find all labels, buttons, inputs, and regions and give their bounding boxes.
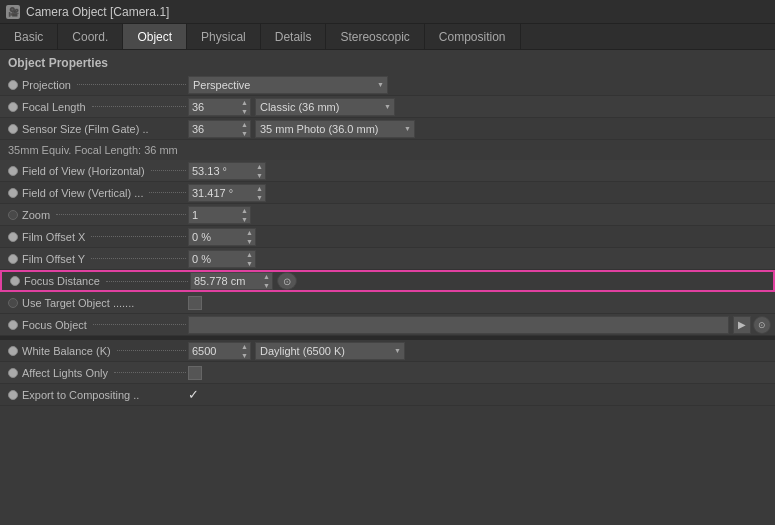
white-balance-up[interactable]: ▲ [239, 342, 250, 351]
focal-length-preset-wrapper[interactable]: Classic (36 mm) [255, 98, 395, 116]
focus-distance-pick-btn[interactable]: ⊙ [277, 272, 297, 290]
export-compositing-check: ✓ [188, 387, 199, 402]
white-balance-preset-wrapper[interactable]: Daylight (6500 K) [255, 342, 405, 360]
zoom-up[interactable]: ▲ [239, 206, 250, 215]
focal-length-label: Focal Length [8, 101, 188, 113]
projection-radio[interactable] [8, 80, 18, 90]
tab-coord[interactable]: Coord. [58, 24, 123, 49]
fov-h-spinbox[interactable]: ▲ ▼ [188, 162, 266, 180]
projection-value: Perspective [188, 76, 771, 94]
sensor-size-input[interactable] [189, 123, 239, 135]
focal-length-preset-select[interactable]: Classic (36 mm) [255, 98, 395, 116]
tab-object[interactable]: Object [123, 24, 187, 49]
film-offset-x-down[interactable]: ▼ [244, 237, 255, 246]
use-target-row: Use Target Object ....... [0, 292, 775, 314]
sensor-size-radio[interactable] [8, 124, 18, 134]
sensor-size-down[interactable]: ▼ [239, 129, 250, 138]
focus-distance-up[interactable]: ▲ [261, 272, 272, 281]
film-offset-y-up[interactable]: ▲ [244, 250, 255, 259]
focus-distance-spinbox[interactable]: ▲ ▼ [190, 272, 273, 290]
sensor-size-label: Sensor Size (Film Gate) .. [8, 123, 188, 135]
export-compositing-value: ✓ [188, 387, 771, 402]
fov-v-radio[interactable] [8, 188, 18, 198]
zoom-spinbox[interactable]: ▲ ▼ [188, 206, 251, 224]
fov-v-spinbox[interactable]: ▲ ▼ [188, 184, 266, 202]
focus-distance-radio[interactable] [10, 276, 20, 286]
film-offset-y-input[interactable] [189, 253, 244, 265]
film-offset-y-radio[interactable] [8, 254, 18, 264]
tab-basic[interactable]: Basic [0, 24, 58, 49]
focus-object-clear-btn[interactable]: ⊙ [753, 316, 771, 334]
use-target-radio[interactable] [8, 298, 18, 308]
use-target-checkbox[interactable] [188, 296, 202, 310]
film-offset-y-value: ▲ ▼ [188, 250, 771, 268]
camera-icon: 🎥 [6, 5, 20, 19]
film-offset-x-up[interactable]: ▲ [244, 228, 255, 237]
tab-composition[interactable]: Composition [425, 24, 521, 49]
section-header: Object Properties [0, 50, 775, 74]
projection-select[interactable]: Perspective [188, 76, 388, 94]
film-offset-x-radio[interactable] [8, 232, 18, 242]
zoom-down[interactable]: ▼ [239, 215, 250, 224]
focal-length-radio[interactable] [8, 102, 18, 112]
focal-length-row: Focal Length ▲ ▼ Classic (36 mm) [0, 96, 775, 118]
film-offset-x-label: Film Offset X [8, 231, 188, 243]
fov-h-input[interactable] [189, 165, 254, 177]
fov-h-up[interactable]: ▲ [254, 162, 265, 171]
focus-distance-down[interactable]: ▼ [261, 281, 272, 290]
projection-label: Projection [8, 79, 188, 91]
fov-v-up[interactable]: ▲ [254, 184, 265, 193]
export-compositing-radio[interactable] [8, 390, 18, 400]
white-balance-preset-select[interactable]: Daylight (6500 K) [255, 342, 405, 360]
zoom-row: Zoom ▲ ▼ [0, 204, 775, 226]
affect-lights-value [188, 366, 771, 380]
affect-lights-row: Affect Lights Only [0, 362, 775, 384]
focus-object-radio[interactable] [8, 320, 18, 330]
focal-length-down[interactable]: ▼ [239, 107, 250, 116]
focal-length-up[interactable]: ▲ [239, 98, 250, 107]
film-offset-x-value: ▲ ▼ [188, 228, 771, 246]
affect-lights-checkbox[interactable] [188, 366, 202, 380]
fov-v-down[interactable]: ▼ [254, 193, 265, 202]
focus-distance-label: Focus Distance [10, 275, 190, 287]
film-offset-x-row: Film Offset X ▲ ▼ [0, 226, 775, 248]
projection-select-wrapper[interactable]: Perspective [188, 76, 388, 94]
white-balance-down[interactable]: ▼ [239, 351, 250, 360]
zoom-radio[interactable] [8, 210, 18, 220]
sensor-size-preset-wrapper[interactable]: 35 mm Photo (36.0 mm) [255, 120, 415, 138]
focal-length-input[interactable] [189, 101, 239, 113]
tab-details[interactable]: Details [261, 24, 327, 49]
film-offset-x-input[interactable] [189, 231, 244, 243]
film-offset-y-spinbox[interactable]: ▲ ▼ [188, 250, 256, 268]
tab-stereoscopic[interactable]: Stereoscopic [326, 24, 424, 49]
focus-object-pick-btn[interactable]: ▶ [733, 316, 751, 334]
affect-lights-radio[interactable] [8, 368, 18, 378]
sensor-size-preset-select[interactable]: 35 mm Photo (36.0 mm) [255, 120, 415, 138]
film-offset-x-spinbox[interactable]: ▲ ▼ [188, 228, 256, 246]
film-offset-y-row: Film Offset Y ▲ ▼ [0, 248, 775, 270]
sensor-size-spinbox[interactable]: ▲ ▼ [188, 120, 251, 138]
white-balance-label: White Balance (K) [8, 345, 188, 357]
fov-v-input[interactable] [189, 187, 254, 199]
tab-bar: Basic Coord. Object Physical Details Ste… [0, 24, 775, 50]
sensor-size-value: ▲ ▼ 35 mm Photo (36.0 mm) [188, 120, 771, 138]
white-balance-spinbox[interactable]: ▲ ▼ [188, 342, 251, 360]
film-offset-y-down[interactable]: ▼ [244, 259, 255, 268]
focus-object-input[interactable] [188, 316, 729, 334]
focus-distance-input[interactable] [191, 275, 261, 287]
fov-v-row: Field of View (Vertical) ... ▲ ▼ [0, 182, 775, 204]
white-balance-value: ▲ ▼ Daylight (6500 K) [188, 342, 771, 360]
fov-v-label: Field of View (Vertical) ... [8, 187, 188, 199]
focal-length-spinbox[interactable]: ▲ ▼ [188, 98, 251, 116]
white-balance-input[interactable] [189, 345, 239, 357]
film-offset-y-label: Film Offset Y [8, 253, 188, 265]
zoom-input[interactable] [189, 209, 239, 221]
tab-physical[interactable]: Physical [187, 24, 261, 49]
fov-h-radio[interactable] [8, 166, 18, 176]
white-balance-radio[interactable] [8, 346, 18, 356]
fov-h-down[interactable]: ▼ [254, 171, 265, 180]
sensor-size-up[interactable]: ▲ [239, 120, 250, 129]
focal-length-value: ▲ ▼ Classic (36 mm) [188, 98, 771, 116]
fov-h-value: ▲ ▼ [188, 162, 771, 180]
projection-row: Projection Perspective [0, 74, 775, 96]
